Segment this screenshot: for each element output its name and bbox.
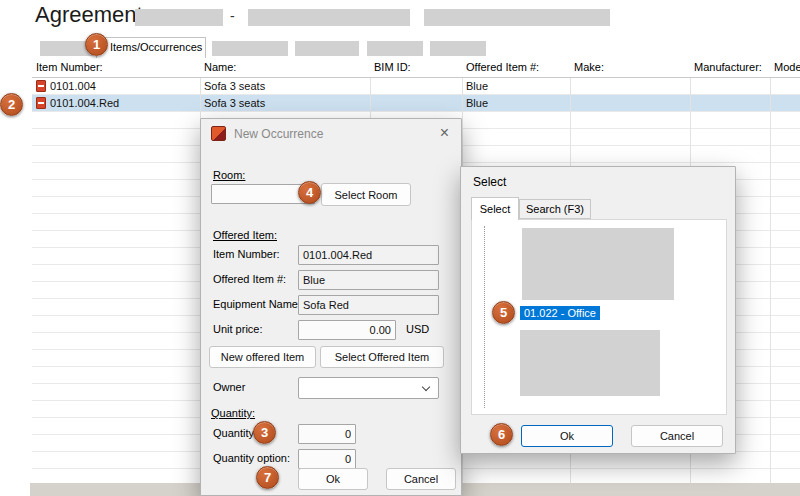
offered-item-number-label: Offered Item #:: [213, 273, 286, 285]
tab-select[interactable]: Select: [471, 197, 519, 220]
cell-bim-id: [370, 78, 462, 94]
cell-offered-item: Blue: [462, 95, 570, 111]
callout-5: 5: [492, 301, 515, 324]
tree-guide-line: [484, 226, 485, 408]
item-number-field[interactable]: [298, 245, 439, 265]
item-number-label: Item Number:: [213, 248, 280, 260]
new-offered-item-button[interactable]: New offered Item: [209, 346, 316, 368]
tab-redacted-3[interactable]: [295, 41, 359, 56]
redacted-agreement-detail: [424, 9, 610, 26]
cell-model: [770, 78, 800, 94]
redacted-agreement-name: [248, 9, 410, 26]
cancel-button[interactable]: Cancel: [631, 425, 723, 447]
table-header: Item Number: Name: BIM ID: Offered Item …: [32, 58, 800, 78]
select-room-button[interactable]: Select Room: [321, 183, 411, 206]
cell-offered-item: Blue: [462, 78, 570, 94]
item-number-text: 0101.004.Red: [50, 97, 119, 109]
cell-make: [570, 78, 690, 94]
offered-item-section-label: Offered Item:: [213, 229, 277, 241]
equipment-name-label: Equipment Name:: [213, 298, 301, 310]
quantity-option-input[interactable]: [298, 449, 356, 469]
ok-button[interactable]: Ok: [521, 425, 613, 447]
cell-bim-id: [370, 95, 462, 111]
cell-make: [570, 95, 690, 111]
table-row[interactable]: 0101.004 Sofa 3 seats Blue: [32, 78, 800, 95]
app-window: Agreement: - Items/Occurrences Item Numb…: [0, 0, 800, 496]
column-header-model[interactable]: Model:: [770, 58, 800, 77]
tree-item-redacted[interactable]: [520, 330, 660, 396]
item-number-text: 0101.004: [50, 80, 96, 92]
quantity-section-label: Quantity:: [211, 407, 255, 419]
column-header-name[interactable]: Name:: [200, 58, 370, 77]
column-header-manufacturer[interactable]: Manufacturer:: [690, 58, 770, 77]
select-offered-item-button[interactable]: Select Offered Item: [320, 346, 444, 368]
ok-button[interactable]: Ok: [298, 468, 368, 490]
dialog-title: Select: [473, 175, 506, 189]
dialog-titlebar[interactable]: New Occurrence ×: [201, 119, 461, 149]
close-icon[interactable]: ×: [440, 124, 449, 142]
cell-name: Sofa 3 seats: [200, 95, 370, 111]
chevron-down-icon: [422, 383, 430, 391]
owner-label: Owner: [213, 381, 245, 393]
callout-7: 7: [256, 466, 279, 489]
quantity-input[interactable]: [298, 424, 356, 444]
title-separator: -: [230, 8, 235, 24]
tab-redacted-5[interactable]: [430, 41, 486, 56]
dialog-title: New Occurrence: [234, 127, 323, 141]
table-row-selected[interactable]: 0101.004.Red Sofa 3 seats Blue: [32, 95, 800, 112]
column-header-offered-item[interactable]: Offered Item #:: [462, 58, 570, 77]
page-title: Agreement:: [35, 2, 149, 28]
equipment-name-field[interactable]: [298, 295, 439, 315]
quantity-option-label: Quantity option:: [213, 452, 290, 464]
column-header-bim-id[interactable]: BIM ID:: [370, 58, 462, 77]
quantity-label: Quantity:: [213, 427, 257, 439]
callout-6: 6: [490, 423, 513, 446]
currency-label: USD: [406, 323, 429, 335]
cell-manufacturer: [690, 95, 770, 111]
tab-items-occurrences[interactable]: Items/Occurrences: [96, 37, 206, 58]
cancel-button[interactable]: Cancel: [386, 468, 456, 490]
cell-model: [770, 95, 800, 111]
tab-redacted-2[interactable]: [212, 41, 288, 56]
owner-combobox[interactable]: [298, 377, 439, 399]
tree-item-redacted[interactable]: [522, 228, 674, 300]
tab-redacted-4[interactable]: [367, 41, 423, 56]
tree-item-selected[interactable]: 01.022 - Office: [520, 306, 600, 320]
unit-price-field[interactable]: [298, 320, 396, 340]
tab-search-f3[interactable]: Search (F3): [519, 199, 591, 219]
callout-2: 2: [0, 93, 23, 116]
cell-item-number: 0101.004.Red: [32, 95, 200, 111]
room-section-label: Room:: [213, 169, 245, 181]
unit-price-label: Unit price:: [213, 323, 263, 335]
callout-1: 1: [85, 33, 108, 56]
offered-item-number-field[interactable]: [298, 270, 439, 290]
column-header-make[interactable]: Make:: [570, 58, 690, 77]
cell-name: Sofa 3 seats: [200, 78, 370, 94]
redacted-agreement-number: [135, 9, 223, 26]
app-icon: [211, 126, 226, 141]
cell-manufacturer: [690, 78, 770, 94]
column-header-item-number[interactable]: Item Number:: [32, 58, 200, 77]
cell-item-number: 0101.004: [32, 78, 200, 94]
callout-3: 3: [253, 421, 276, 444]
new-occurrence-dialog: New Occurrence × Room: Select Room Offer…: [200, 118, 462, 496]
item-document-icon: [36, 97, 46, 109]
item-document-icon: [36, 80, 46, 92]
callout-4: 4: [298, 181, 321, 204]
